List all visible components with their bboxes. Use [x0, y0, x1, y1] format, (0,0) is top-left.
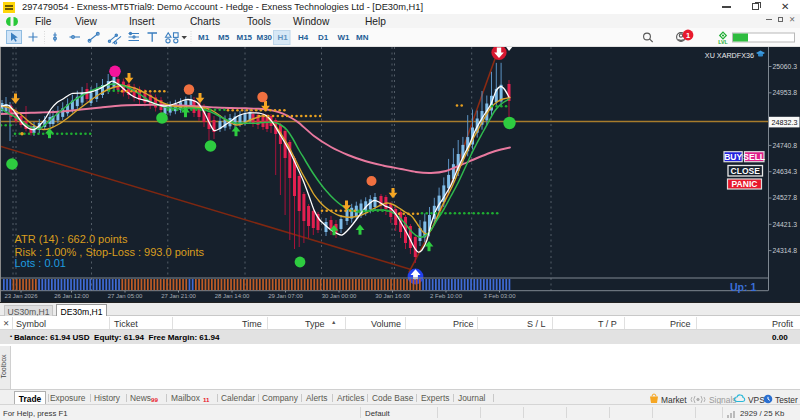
svg-text:BUY: BUY: [724, 152, 742, 162]
svg-text:MN: MN: [356, 33, 369, 42]
svg-text:24740.8: 24740.8: [773, 142, 798, 149]
svg-text:30 Jan 16:00: 30 Jan 16:00: [375, 293, 410, 299]
svg-text:CLOSE: CLOSE: [731, 166, 761, 176]
svg-text:M1: M1: [198, 33, 210, 42]
svg-text:Market: Market: [661, 394, 687, 404]
svg-text:2 Feb 10:00: 2 Feb 10:00: [430, 293, 463, 299]
svg-text:M5: M5: [218, 33, 230, 42]
svg-text:ATR (14) : 662.0 points: ATR (14) : 662.0 points: [15, 233, 128, 245]
svg-text:LVL: LVL: [718, 39, 728, 45]
svg-text:3 Feb 03:00: 3 Feb 03:00: [483, 293, 516, 299]
svg-text:23 Jan 2026: 23 Jan 2026: [4, 293, 38, 299]
svg-text:H4: H4: [298, 33, 309, 42]
svg-text:24314.8: 24314.8: [773, 247, 798, 254]
svg-text:Lots : 0.01: Lots : 0.01: [15, 257, 66, 269]
svg-text:27 Jan 05:00: 27 Jan 05:00: [108, 293, 143, 299]
svg-text:24421.3: 24421.3: [773, 221, 798, 228]
svg-text:PANIC: PANIC: [732, 179, 758, 189]
svg-text:24832.3: 24832.3: [772, 118, 798, 127]
svg-text:D1: D1: [318, 33, 329, 42]
svg-text:W1: W1: [338, 33, 351, 42]
svg-text:1: 1: [686, 31, 690, 40]
svg-text:30 Jan 00:00: 30 Jan 00:00: [322, 293, 357, 299]
svg-text:SELL: SELL: [743, 152, 765, 162]
svg-text:26 Jan 12:00: 26 Jan 12:00: [54, 293, 89, 299]
svg-text:25060.3: 25060.3: [773, 63, 798, 70]
svg-text:Tester: Tester: [775, 394, 798, 404]
svg-text:Up: 1: Up: 1: [730, 281, 756, 293]
svg-text:Signals: Signals: [709, 394, 736, 404]
svg-text:M30: M30: [257, 33, 273, 42]
svg-text:24634.3: 24634.3: [773, 168, 798, 175]
svg-text:M15: M15: [237, 33, 253, 42]
svg-text:27 Jan 21:00: 27 Jan 21:00: [161, 293, 196, 299]
svg-text:24953.8: 24953.8: [773, 89, 798, 96]
svg-text:24527.8: 24527.8: [773, 194, 798, 201]
svg-text:28 Jan 14:00: 28 Jan 14:00: [215, 293, 250, 299]
svg-text:29 Jan 07:00: 29 Jan 07:00: [268, 293, 303, 299]
svg-text:XU XARDFX36: XU XARDFX36: [705, 51, 754, 60]
svg-text:VPS: VPS: [748, 394, 765, 404]
